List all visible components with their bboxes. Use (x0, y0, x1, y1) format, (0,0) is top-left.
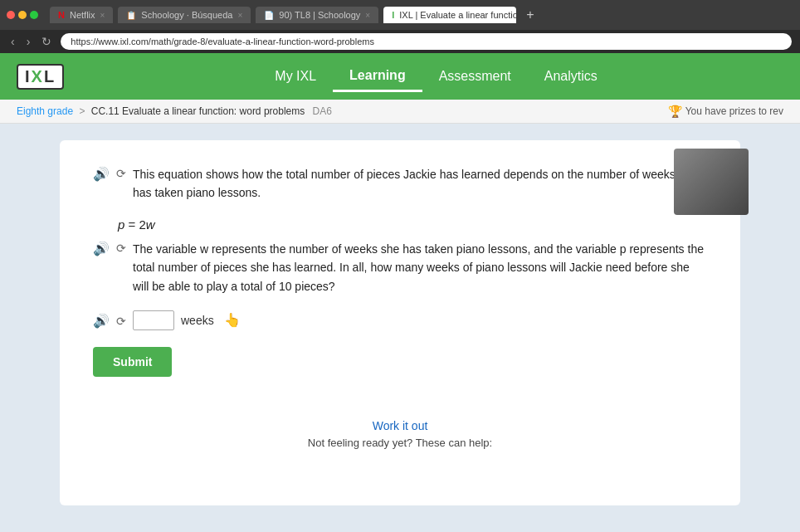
forward-button[interactable]: › (24, 35, 33, 48)
new-tab-button[interactable]: + (521, 7, 539, 22)
netflix-favicon: N (58, 10, 65, 20)
submit-button[interactable]: Submit (93, 347, 172, 377)
question-card: 🔊 ⟳ This equation shows how the total nu… (60, 140, 740, 505)
tab-schoology2[interactable]: 📄 90) TL8 | Schoology × (256, 7, 378, 23)
tab-netflix[interactable]: N Netflix × (50, 7, 113, 23)
ixl-header: IXL My IXL Learning Assessment Analytics (0, 53, 800, 100)
formula: p = 2w (118, 217, 707, 232)
back-button[interactable]: ‹ (8, 35, 17, 48)
trophy-text: You have prizes to rev (685, 105, 783, 117)
schoology2-favicon: 📄 (264, 11, 274, 20)
translate-button-1[interactable]: ⟳ (116, 167, 126, 180)
trophy-icon: 🏆 (668, 105, 682, 118)
work-it-out-link[interactable]: Work it out (373, 419, 428, 432)
nav-my-ixl[interactable]: My IXL (258, 62, 333, 90)
tab-close-netflix[interactable]: × (100, 11, 105, 20)
question-text-1: This equation shows how the total number… (133, 165, 707, 203)
question-block-1: 🔊 ⟳ This equation shows how the total nu… (93, 165, 707, 203)
cursor-hand-icon: 👆 (224, 312, 241, 328)
browser-chrome: N Netflix × 📋 Schoology · Búsqueda × 📄 9… (0, 0, 800, 30)
breadcrumb-topic: CC.11 Evaluate a linear function: word p… (91, 105, 305, 117)
nav-learning[interactable]: Learning (333, 61, 422, 92)
work-out-section: Work it out Not feeling ready yet? These… (93, 402, 707, 449)
answer-line: 🔊 ⟳ weeks 👆 (93, 310, 707, 330)
refresh-button[interactable]: ↻ (39, 35, 54, 48)
breadcrumb-grade[interactable]: Eighth grade (17, 105, 73, 117)
main-nav: My IXL Learning Assessment Analytics (89, 61, 783, 92)
audio-button-answer[interactable]: 🔊 (93, 313, 110, 329)
main-content: 🔊 ⟳ This equation shows how the total nu… (0, 124, 800, 532)
question-text-2: The variable w represents the number of … (133, 240, 707, 295)
video-thumb-image (674, 149, 749, 215)
work-out-subtext: Not feeling ready yet? These can help: (93, 437, 707, 449)
question-block-2: 🔊 ⟳ The variable w represents the number… (93, 240, 707, 295)
question-line-1: 🔊 ⟳ This equation shows how the total nu… (93, 165, 707, 203)
translate-button-answer[interactable]: ⟳ (116, 315, 126, 328)
nav-assessment[interactable]: Assessment (422, 62, 528, 90)
answer-input[interactable] (133, 310, 174, 330)
ixl-logo[interactable]: IXL (17, 64, 64, 90)
question-line-2: 🔊 ⟳ The variable w represents the number… (93, 240, 707, 295)
address-input[interactable] (61, 33, 792, 50)
tab-close-schoology[interactable]: × (237, 11, 242, 20)
translate-button-2[interactable]: ⟳ (116, 242, 126, 255)
breadcrumb-code: DA6 (313, 105, 332, 117)
trophy-notice: 🏆 You have prizes to rev (668, 105, 783, 118)
breadcrumb-bar: Eighth grade > CC.11 Evaluate a linear f… (0, 100, 800, 124)
ixl-favicon: I (392, 10, 394, 20)
answer-unit: weeks (181, 314, 214, 327)
tab-ixl[interactable]: I IXL | Evaluate a linear functions w… × (383, 7, 516, 23)
tab-schoology[interactable]: 📋 Schoology · Búsqueda × (118, 7, 251, 23)
audio-button-1[interactable]: 🔊 (93, 166, 110, 182)
address-bar: ‹ › ↻ (0, 30, 800, 53)
audio-button-2[interactable]: 🔊 (93, 241, 110, 256)
nav-analytics[interactable]: Analytics (528, 62, 614, 90)
tab-close-schoology2[interactable]: × (365, 11, 370, 20)
video-thumbnail[interactable] (674, 149, 749, 215)
schoology-favicon: 📋 (126, 11, 136, 20)
breadcrumb-separator: > (79, 105, 85, 117)
breadcrumb: Eighth grade > CC.11 Evaluate a linear f… (17, 105, 332, 117)
